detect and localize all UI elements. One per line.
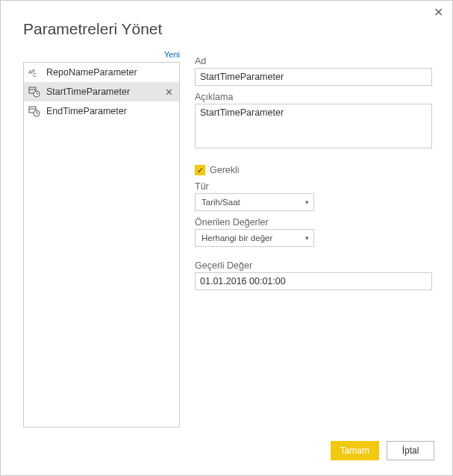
parameter-name: EndTimeParameter [46,106,175,116]
current-value-input[interactable] [195,272,432,290]
page-title: Parametreleri Yönet [23,20,162,38]
chevron-down-icon: ▾ [305,198,309,206]
new-link[interactable]: Yeni [23,50,180,59]
description-input[interactable]: StartTimeParameter [195,104,432,148]
manage-parameters-dialog: ✕ Parametreleri Yönet Yeni A B C RepoNam… [0,0,453,476]
suggested-values-label: Önerilen Değerler [195,217,432,228]
suggested-values-value: Herhangi bir değer [201,234,272,242]
list-item[interactable]: EndTimeParameter [24,101,179,121]
type-value: Tarih/Saat [201,198,240,207]
parameter-name: RepoNameParameter [46,67,175,78]
datetime-type-icon [28,105,40,117]
type-label: Tür [195,181,432,192]
required-label: Gerekli [210,165,240,175]
parameter-name: StartTimeParameter [46,87,163,97]
type-select[interactable]: Tarih/Saat ▾ [195,193,314,211]
name-input[interactable] [195,68,432,86]
parameter-form: Ad Açıklama StartTimeParameter ✓ Gerekli… [195,56,432,290]
required-checkbox[interactable]: ✓ [195,165,205,175]
name-label: Ad [195,56,432,66]
list-item[interactable]: A B C RepoNameParameter [24,63,179,82]
chevron-down-icon: ▾ [305,234,309,242]
cancel-button[interactable]: İptal [387,441,434,460]
datetime-type-icon [28,86,40,98]
current-value-label: Geçerli Değer [195,260,432,271]
delete-icon[interactable]: ✕ [163,87,175,98]
close-icon[interactable]: ✕ [434,7,443,19]
parameter-list: A B C RepoNameParameter StartTimeParamet… [23,62,180,428]
svg-text:C: C [33,72,37,78]
list-item[interactable]: StartTimeParameter ✕ [24,82,179,101]
ok-button[interactable]: Tamam [331,441,379,460]
description-label: Açıklama [195,92,432,102]
dialog-footer: Tamam İptal [331,441,434,460]
suggested-values-select[interactable]: Herhangi bir değer ▾ [195,229,314,247]
text-type-icon: A B C [28,66,40,78]
